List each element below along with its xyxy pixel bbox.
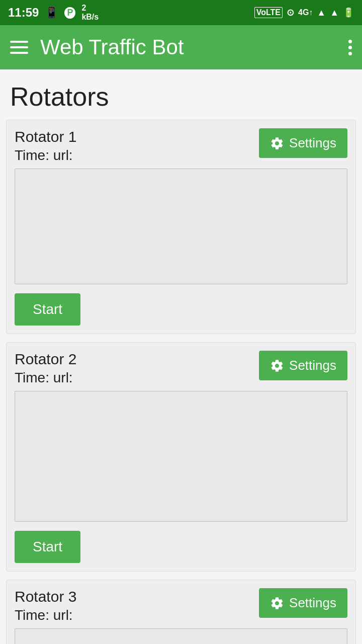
rotator-2-card: Rotator 2 Time: url: Settings Start (6, 342, 356, 572)
rotator-2-settings-button[interactable]: Settings (259, 351, 347, 380)
rotator-2-start-label: Start (33, 539, 62, 554)
rotator-2-start-button[interactable]: Start (15, 531, 80, 563)
app-bar: Web Traffic Bot (0, 25, 362, 69)
signal1-icon: ▲ (317, 8, 326, 18)
rotator-2-settings-label: Settings (289, 358, 336, 373)
rotator-2-textarea[interactable] (15, 391, 347, 522)
rotator-1-textarea[interactable] (15, 169, 347, 284)
signal2-icon: ▲ (330, 8, 339, 18)
rotator-3-card: Rotator 3 Time: url: Settings (6, 580, 356, 644)
rotator-1-settings-button[interactable]: Settings (259, 128, 347, 158)
status-time: 11:59 (8, 6, 39, 20)
app-title: Web Traffic Bot (40, 35, 184, 59)
4g-icon: 4G↑ (298, 8, 313, 17)
rotator-2-time: Time: url: (15, 370, 76, 386)
rotator-2-header: Rotator 2 Time: url: Settings (15, 351, 347, 386)
gear-icon (270, 136, 284, 150)
rotator-1-settings-label: Settings (289, 135, 336, 151)
hotspot-icon: ⊙ (287, 7, 294, 18)
volte-icon: VoLTE (254, 7, 283, 18)
rotator-3-time: Time: url: (15, 607, 76, 623)
hamburger-menu-button[interactable] (10, 41, 28, 54)
more-options-button[interactable] (348, 40, 352, 55)
rotator-1-info: Rotator 1 Time: url: (15, 128, 76, 164)
rotator-3-settings-label: Settings (289, 595, 336, 611)
rotator-2-info: Rotator 2 Time: url: (15, 351, 76, 386)
rotator-1-header: Rotator 1 Time: url: Settings (15, 128, 347, 164)
rotator-3-info: Rotator 3 Time: url: (15, 588, 76, 623)
phone-icon: 📱 (45, 6, 58, 19)
battery-icon: 🔋 (343, 7, 354, 18)
rotator-3-header: Rotator 3 Time: url: Settings (15, 588, 347, 623)
rotator-1-start-button[interactable]: Start (15, 293, 80, 326)
page-title: Rotators (0, 69, 362, 120)
rotator-1-card: Rotator 1 Time: url: Settings Start (6, 120, 356, 334)
rotator-1-name: Rotator 1 (15, 128, 76, 145)
rotator-1-time: Time: url: (15, 147, 76, 164)
rotator-1-start-label: Start (33, 301, 62, 317)
gear-icon (270, 359, 284, 373)
rotator-2-name: Rotator 2 (15, 351, 76, 368)
parking-icon: P (64, 7, 75, 19)
rotators-list: Rotator 1 Time: url: Settings Start Rota… (0, 120, 362, 644)
rotator-3-settings-button[interactable]: Settings (259, 588, 347, 618)
data-speed-icon: 2kB/s (81, 4, 99, 22)
status-bar: 11:59 📱 P 2kB/s VoLTE ⊙ 4G↑ ▲ ▲ 🔋 (0, 0, 362, 25)
rotator-3-textarea[interactable] (15, 628, 347, 644)
gear-icon (270, 596, 284, 610)
rotator-3-name: Rotator 3 (15, 588, 76, 605)
